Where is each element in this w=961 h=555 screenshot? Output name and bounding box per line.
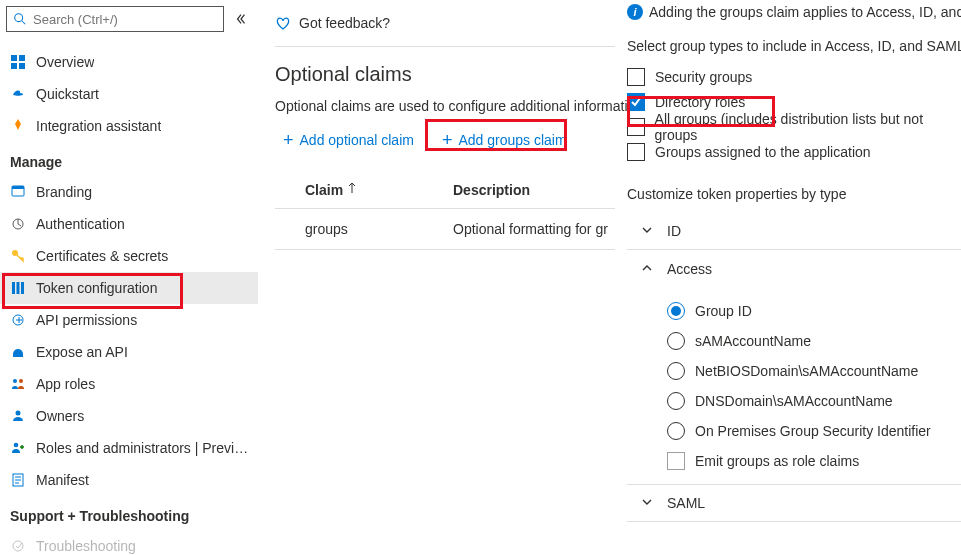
nav-branding[interactable]: Branding xyxy=(0,176,258,208)
edit-groups-claim-panel: i Adding the groups claim applies to Acc… xyxy=(627,0,961,555)
nav-label: Quickstart xyxy=(36,86,99,102)
add-optional-claim-button[interactable]: + Add optional claim xyxy=(275,128,422,152)
svg-rect-3 xyxy=(19,55,25,61)
checkbox-label: Groups assigned to the application xyxy=(655,144,871,160)
support-header: Support + Troubleshooting xyxy=(0,496,258,530)
collapse-sidebar-button[interactable] xyxy=(230,8,252,30)
auth-icon xyxy=(10,216,26,232)
radio-netbios-sam[interactable]: NetBIOSDomain\sAMAccountName xyxy=(667,356,961,386)
nav-label: Integration assistant xyxy=(36,118,161,134)
svg-rect-12 xyxy=(17,282,20,294)
svg-rect-13 xyxy=(21,282,24,294)
radio-icon xyxy=(667,302,685,320)
roles-admins-icon xyxy=(10,440,26,456)
troubleshooting-icon xyxy=(10,538,26,554)
search-row xyxy=(0,6,258,36)
svg-point-6 xyxy=(20,91,22,93)
button-label: Add groups claim xyxy=(458,132,566,148)
nav-label: API permissions xyxy=(36,312,137,328)
nav-label: Branding xyxy=(36,184,92,200)
nav-label: Certificates & secrets xyxy=(36,248,168,264)
radio-dnsdomain-sam[interactable]: DNSDomain\sAMAccountName xyxy=(667,386,961,416)
sort-asc-icon xyxy=(347,182,357,198)
api-permissions-icon xyxy=(10,312,26,328)
th-claim[interactable]: Claim xyxy=(305,182,453,198)
checkbox-icon xyxy=(667,452,685,470)
expander-label: Access xyxy=(667,261,712,277)
nav-label: Overview xyxy=(36,54,94,70)
nav-label: Owners xyxy=(36,408,84,424)
sidebar: Overview Quickstart Integration assistan… xyxy=(0,0,258,555)
nav-label: Authentication xyxy=(36,216,125,232)
radio-label: Group ID xyxy=(695,303,752,319)
chevron-down-icon xyxy=(641,495,653,511)
key-icon xyxy=(10,248,26,264)
nav-expose-api[interactable]: Expose an API xyxy=(0,336,258,368)
nav-label: Manifest xyxy=(36,472,89,488)
table-row[interactable]: groups Optional formatting for gr xyxy=(275,209,615,250)
checkbox-app-assigned-groups[interactable]: Groups assigned to the application xyxy=(627,139,961,164)
heart-icon xyxy=(275,15,291,31)
svg-rect-11 xyxy=(12,282,15,294)
nav-authentication[interactable]: Authentication xyxy=(0,208,258,240)
nav-troubleshooting[interactable]: Troubleshooting xyxy=(0,530,258,555)
chevron-up-icon xyxy=(641,261,653,277)
expander-access[interactable]: Access xyxy=(627,250,961,288)
search-box[interactable] xyxy=(6,6,224,32)
owners-icon xyxy=(10,408,26,424)
nav-label: Token configuration xyxy=(36,280,157,296)
chevron-double-left-icon xyxy=(234,12,248,26)
nav-app-roles[interactable]: App roles xyxy=(0,368,258,400)
th-description[interactable]: Description xyxy=(453,182,530,198)
nav-certificates-secrets[interactable]: Certificates & secrets xyxy=(0,240,258,272)
nav-manifest[interactable]: Manifest xyxy=(0,464,258,496)
add-groups-claim-button[interactable]: + Add groups claim xyxy=(434,128,575,152)
claims-table-header: Claim Description xyxy=(275,182,615,209)
customize-token-label: Customize token properties by type xyxy=(627,186,961,202)
svg-point-16 xyxy=(13,379,17,383)
svg-rect-15 xyxy=(13,354,23,357)
checkbox-label: Security groups xyxy=(655,69,752,85)
divider xyxy=(275,46,615,47)
checkbox-icon xyxy=(627,118,645,136)
expander-id[interactable]: ID xyxy=(627,212,961,250)
td-description: Optional formatting for gr xyxy=(453,221,608,237)
checkbox-security-groups[interactable]: Security groups xyxy=(627,64,961,89)
info-banner: i Adding the groups claim applies to Acc… xyxy=(627,0,961,38)
radio-icon xyxy=(667,422,685,440)
nav-integration-assistant[interactable]: Integration assistant xyxy=(0,110,258,142)
search-icon xyxy=(13,12,27,26)
button-label: Add optional claim xyxy=(300,132,414,148)
checkbox-icon xyxy=(627,143,645,161)
radio-onprem-sid[interactable]: On Premises Group Security Identifier xyxy=(667,416,961,446)
branding-icon xyxy=(10,184,26,200)
overview-icon xyxy=(10,54,26,70)
nav-api-permissions[interactable]: API permissions xyxy=(0,304,258,336)
svg-rect-2 xyxy=(11,55,17,61)
nav-label: Roles and administrators | Previ… xyxy=(36,440,248,456)
nav-overview[interactable]: Overview xyxy=(0,46,258,78)
feedback-label: Got feedback? xyxy=(299,15,390,31)
svg-point-18 xyxy=(16,411,21,416)
expander-label: ID xyxy=(667,223,681,239)
nav-owners[interactable]: Owners xyxy=(0,400,258,432)
radio-icon xyxy=(667,392,685,410)
svg-line-1 xyxy=(22,21,26,25)
radio-samaccountname[interactable]: sAMAccountName xyxy=(667,326,961,356)
rocket-icon xyxy=(10,118,26,134)
expander-saml[interactable]: SAML xyxy=(627,484,961,522)
svg-point-17 xyxy=(19,379,23,383)
radio-label: sAMAccountName xyxy=(695,333,811,349)
nav-quickstart[interactable]: Quickstart xyxy=(0,78,258,110)
checkbox-emit-role-claims[interactable]: Emit groups as role claims xyxy=(667,446,961,476)
expose-api-icon xyxy=(10,344,26,360)
nav-roles-administrators[interactable]: Roles and administrators | Previ… xyxy=(0,432,258,464)
chevron-down-icon xyxy=(641,223,653,239)
info-icon: i xyxy=(627,4,643,20)
checkbox-all-groups[interactable]: All groups (includes distribution lists … xyxy=(627,114,961,139)
search-input[interactable] xyxy=(31,11,201,28)
svg-point-0 xyxy=(15,14,23,22)
nav-token-configuration[interactable]: Token configuration xyxy=(0,272,258,304)
access-radio-group: Group ID sAMAccountName NetBIOSDomain\sA… xyxy=(627,288,961,484)
radio-group-id[interactable]: Group ID xyxy=(667,296,961,326)
